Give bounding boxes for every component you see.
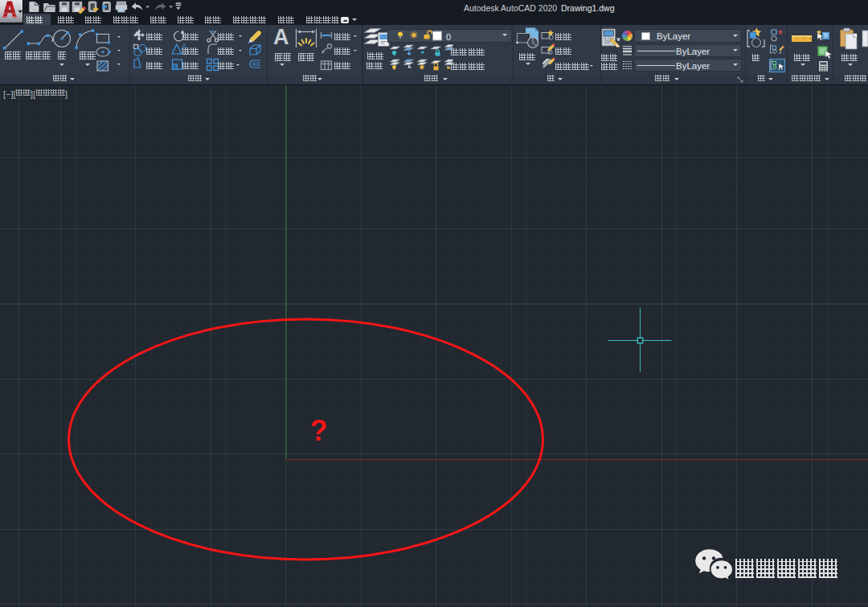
- svg-text:?: ?: [310, 414, 328, 447]
